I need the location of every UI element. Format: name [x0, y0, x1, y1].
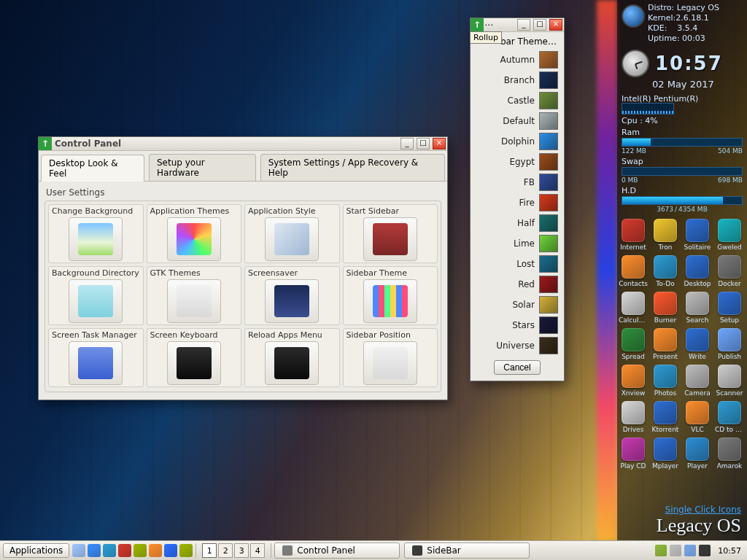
cp-item-sidebar-position[interactable]: Sidebar Position	[343, 328, 438, 387]
updates-icon[interactable]	[655, 545, 667, 556]
desktop-icon-scanner[interactable]: Scanner	[715, 365, 744, 397]
theme-lost[interactable]: Lost	[473, 254, 561, 274]
desktop-icon-write[interactable]: Write	[683, 328, 712, 360]
minimize-button[interactable]: _	[517, 19, 530, 31]
sidebar-theme-window[interactable]: ↑ ⋯ _ □ × bar Theme… AutumnBranchCastleD…	[470, 18, 565, 381]
cp-item-application-style[interactable]: Application Style	[244, 204, 340, 263]
desktop-icon-internet[interactable]: Internet	[619, 219, 648, 251]
maximize-button[interactable]: □	[533, 19, 546, 31]
theme-fb[interactable]: FB	[473, 172, 561, 192]
help-icon[interactable]	[179, 544, 193, 557]
cp-item-screensaver[interactable]: Screensaver	[244, 266, 340, 325]
workspace-1[interactable]: 1	[202, 543, 217, 558]
control-panel-window[interactable]: ↑ Control Panel _ □ × Desktop Look & Fee…	[38, 136, 448, 400]
app-icon	[654, 328, 677, 351]
theme-red[interactable]: Red	[473, 274, 561, 295]
theme-branch[interactable]: Branch	[473, 70, 561, 90]
desktop-icon-present[interactable]: Present	[651, 328, 680, 360]
network-icon[interactable]	[684, 545, 696, 556]
brand-block: Single Click Icons Legacy OS	[657, 505, 741, 537]
theme-dolphin[interactable]: Dolphin	[473, 131, 561, 152]
cancel-button[interactable]: Cancel	[494, 360, 540, 375]
theme-castle[interactable]: Castle	[473, 90, 561, 111]
sidebar-theme-titlebar[interactable]: ↑ ⋯ _ □ ×	[471, 18, 564, 32]
desktop[interactable]: Distro: Legacy OS Kernel:2.6.18.1 KDE: 3…	[0, 0, 747, 560]
theme-half[interactable]: Half	[473, 213, 561, 233]
theme-solar[interactable]: Solar	[473, 295, 561, 315]
tab-0[interactable]: Desktop Look & Feel	[41, 155, 144, 182]
desktop-icon-tron[interactable]: Tron	[651, 219, 680, 251]
minimize-button[interactable]: _	[400, 138, 414, 149]
theme-fire[interactable]: Fire	[473, 192, 561, 213]
desktop-icon-burner[interactable]: Burner	[651, 292, 680, 324]
app-icon	[622, 292, 645, 315]
arrow-icon[interactable]	[164, 544, 177, 557]
desktop-icon-gweled[interactable]: Gweled	[715, 219, 744, 251]
desktop-icon-photos[interactable]: Photos	[651, 365, 680, 397]
task-control-panel[interactable]: Control Panel	[274, 542, 400, 559]
home-icon[interactable]	[149, 544, 162, 557]
desktop-icon-calculator[interactable]: Calculator	[619, 292, 648, 324]
desktop-icon-to-do[interactable]: To-Do	[651, 255, 680, 287]
workspace-2[interactable]: 2	[218, 543, 233, 558]
desktop-icon-desktop[interactable]: Desktop	[683, 255, 712, 287]
cp-item-background-directory[interactable]: Background Directory	[48, 266, 144, 325]
tray-clock[interactable]: 10:57	[715, 546, 744, 556]
desktop-icon-mplayer[interactable]: Mplayer	[651, 438, 680, 470]
task-sidebar[interactable]: SideBar	[404, 542, 530, 559]
browser-icon[interactable]	[88, 544, 101, 557]
desktop-icon-solitaire[interactable]: Solitaire	[683, 219, 712, 251]
tab-1[interactable]: Setup your Hardware	[149, 154, 256, 181]
tab-2[interactable]: System Settings / App Recovery & Help	[260, 154, 445, 181]
desktop-icon-docker[interactable]: Docker	[715, 255, 744, 287]
desktop-icon-search[interactable]: Search	[683, 292, 712, 324]
theme-lime[interactable]: Lime	[473, 233, 561, 254]
show-desktop-icon[interactable]	[72, 544, 85, 557]
cp-item-reload-apps-menu[interactable]: Reload Apps Menu	[244, 328, 340, 387]
desktop-icon-xnview[interactable]: Xnview	[619, 365, 648, 397]
desktop-icon-contacts[interactable]: Contacts	[619, 255, 648, 287]
desktop-icon-spread[interactable]: Spread	[619, 328, 648, 360]
theme-swatch-icon	[539, 214, 558, 232]
cp-item-change-background[interactable]: Change Background	[48, 204, 144, 263]
desktop-icon-vlc[interactable]: VLC	[683, 401, 712, 433]
close-button[interactable]: ×	[433, 138, 446, 149]
desktop-icon-player[interactable]: Player	[683, 438, 712, 470]
theme-egypt[interactable]: Egypt	[473, 152, 561, 172]
taskbar[interactable]: Applications 1234 Control PanelSideBar 1…	[0, 540, 747, 560]
desktop-icon-setup[interactable]: Setup	[715, 292, 744, 324]
cp-item-sidebar-theme[interactable]: Sidebar Theme	[343, 266, 438, 325]
workspace-3[interactable]: 3	[234, 543, 249, 558]
desktop-icon-cd-to-mp3[interactable]: CD to MP3	[715, 401, 744, 433]
theme-swatch-icon	[539, 92, 558, 109]
desktop-icon-drives[interactable]: Drives	[619, 401, 648, 433]
file-manager-icon[interactable]	[103, 544, 116, 557]
workspace-4[interactable]: 4	[250, 543, 265, 558]
close-button[interactable]: ×	[549, 19, 562, 31]
cp-item-screen-keyboard[interactable]: Screen Keyboard	[147, 328, 242, 387]
desktop-icon-ktorrent[interactable]: Ktorrent	[651, 401, 680, 433]
theme-default[interactable]: Default	[473, 111, 561, 131]
cp-item-start-sidebar[interactable]: Start Sidebar	[343, 204, 438, 263]
theme-universe[interactable]: Universe	[473, 335, 561, 356]
theme-stars[interactable]: Stars	[473, 315, 561, 335]
quick-launch	[72, 544, 193, 557]
control-panel-titlebar[interactable]: ↑ Control Panel _ □ ×	[39, 137, 447, 151]
settings-icon[interactable]	[133, 544, 147, 557]
applications-menu-button[interactable]: Applications	[3, 543, 69, 558]
desktop-icon-camera[interactable]: Camera	[683, 365, 712, 397]
cp-item-screen-task-manager[interactable]: Screen Task Manager	[48, 328, 144, 387]
theme-autumn[interactable]: Autumn	[473, 50, 561, 70]
desktop-icon-play-cd[interactable]: Play CD	[619, 438, 648, 470]
single-click-hint[interactable]: Single Click Icons	[657, 505, 741, 515]
volume-icon[interactable]	[670, 545, 681, 556]
mail-icon[interactable]	[699, 545, 711, 556]
app-icon	[654, 219, 677, 242]
terminal-icon[interactable]	[118, 544, 131, 557]
app-icon	[622, 365, 645, 388]
cp-item-gtk-themes[interactable]: GTK Themes	[147, 266, 242, 325]
desktop-icon-amarok[interactable]: Amarok	[715, 438, 744, 470]
cp-item-application-themes[interactable]: Application Themes	[147, 204, 242, 263]
desktop-icon-publish[interactable]: Publish	[715, 328, 744, 360]
maximize-button[interactable]: □	[417, 138, 430, 149]
